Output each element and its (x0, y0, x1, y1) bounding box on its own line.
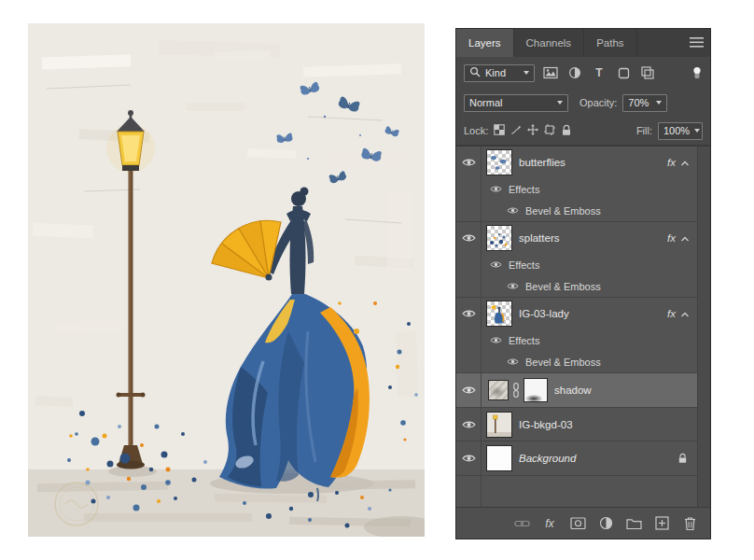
lock-all-button[interactable] (561, 124, 572, 138)
bevel-visibility-toggle[interactable] (507, 281, 519, 292)
layer-name: IG-03-lady (519, 308, 667, 319)
filter-toggle-switch[interactable] (691, 66, 703, 79)
fx-badge[interactable]: fx (667, 308, 676, 319)
filter-adjustment-layers-button[interactable] (566, 64, 583, 81)
opacity-label: Opacity: (579, 97, 617, 108)
add-layer-mask-button[interactable] (569, 515, 586, 532)
panel-tab-bar: Layers Channels Paths (456, 29, 710, 57)
fx-badge[interactable]: fx (667, 232, 676, 244)
scrollbar-track[interactable] (697, 147, 710, 507)
layer-row-shadow-selected[interactable]: shadow (456, 373, 697, 407)
panel-footer: fx (456, 507, 710, 539)
hamburger-icon (690, 37, 704, 49)
layer-row-splatters[interactable]: splatters fx (456, 222, 697, 254)
bevel-emboss-label: Bevel & Emboss (525, 281, 601, 292)
bevel-emboss-row[interactable]: Bevel & Emboss (456, 351, 697, 372)
layer-thumbnail[interactable] (486, 412, 512, 438)
layer-group-splatters: splatters fx Effects Bevel & Emboss (456, 222, 697, 298)
chevron-down-icon (656, 101, 662, 105)
visibility-toggle[interactable] (456, 158, 481, 167)
mask-link-icon[interactable] (511, 382, 521, 399)
effects-row[interactable]: Effects (456, 329, 697, 351)
fill-value: 100% (663, 125, 690, 136)
type-icon: T (595, 66, 602, 79)
visibility-toggle[interactable] (456, 309, 481, 318)
filter-kind-dropdown[interactable]: Kind (464, 64, 535, 82)
delete-layer-button[interactable] (681, 515, 698, 532)
filter-shape-layers-button[interactable] (615, 64, 632, 81)
collapse-effects-icon[interactable] (680, 308, 690, 319)
lock-position-button[interactable] (527, 124, 538, 137)
fx-badge[interactable]: fx (667, 157, 676, 168)
effects-row[interactable]: Effects (456, 178, 697, 200)
layer-row-butterflies[interactable]: butterflies fx (456, 147, 697, 178)
new-group-button[interactable] (625, 515, 642, 532)
collapse-effects-icon[interactable] (680, 232, 690, 244)
bevel-emboss-row[interactable]: Bevel & Emboss (456, 200, 697, 221)
filter-type-layers-button[interactable]: T (591, 64, 607, 81)
blend-mode-dropdown[interactable]: Normal (464, 94, 568, 112)
lock-transparency-button[interactable] (494, 124, 505, 137)
layer-row-lady[interactable]: IG-03-lady fx (456, 298, 697, 329)
layer-row-bkgd[interactable]: IG-bkgd-03 (456, 408, 697, 441)
bevel-visibility-toggle[interactable] (507, 357, 519, 368)
tab-layers-label: Layers (468, 37, 501, 49)
effects-visibility-toggle[interactable] (490, 335, 502, 346)
new-layer-button[interactable] (653, 515, 670, 532)
visibility-toggle[interactable] (456, 454, 481, 463)
new-adjustment-layer-button[interactable] (597, 515, 614, 532)
layer-name: splatters (519, 232, 667, 244)
layer-group-bkgd: IG-bkgd-03 (456, 408, 697, 441)
layer-thumbnail[interactable] (486, 149, 512, 175)
tab-channels-label: Channels (526, 37, 572, 49)
collapse-effects-icon[interactable] (680, 157, 690, 168)
layer-group-shadow: shadow (456, 373, 697, 408)
chevron-down-icon (524, 71, 529, 75)
effects-row[interactable]: Effects (456, 254, 697, 275)
layer-name: IG-bkgd-03 (519, 419, 697, 430)
panel-menu-button[interactable] (682, 29, 710, 57)
blend-mode-value: Normal (469, 97, 502, 108)
layer-group-background: Background (456, 441, 697, 476)
link-layers-button[interactable] (513, 515, 530, 532)
layer-thumbnail[interactable] (486, 301, 512, 327)
chevron-down-icon (557, 101, 563, 105)
layer-group-lady: IG-03-lady fx Effects Bevel & Emboss (456, 298, 697, 373)
visibility-toggle[interactable] (456, 385, 481, 395)
layer-thumbnail[interactable] (486, 445, 512, 471)
layer-name: shadow (554, 385, 697, 396)
layer-lock-icon (677, 453, 688, 464)
layer-style-button[interactable]: fx (541, 515, 558, 532)
effects-label: Effects (509, 184, 539, 195)
effects-visibility-toggle[interactable] (490, 184, 502, 195)
opacity-dropdown[interactable]: 70% (622, 94, 667, 112)
layer-mask-thumbnail[interactable] (524, 378, 548, 402)
layer-thumbnail[interactable] (488, 380, 509, 400)
tab-paths[interactable]: Paths (584, 29, 636, 57)
lock-pixels-button[interactable] (510, 124, 522, 137)
layer-name: Background (519, 453, 677, 464)
effects-label: Effects (509, 259, 539, 271)
layer-name: butterflies (519, 157, 667, 168)
effects-label: Effects (509, 335, 539, 346)
filter-pixel-layers-button[interactable] (542, 64, 559, 81)
fill-dropdown[interactable]: 100% (658, 122, 703, 140)
filter-smart-object-button[interactable] (639, 64, 656, 81)
lock-artboard-button[interactable] (544, 124, 555, 137)
bevel-emboss-row[interactable]: Bevel & Emboss (456, 275, 697, 297)
visibility-toggle[interactable] (456, 233, 481, 243)
tab-layers[interactable]: Layers (456, 29, 514, 57)
bevel-emboss-label: Bevel & Emboss (525, 357, 601, 368)
search-icon (469, 66, 481, 79)
layer-row-background[interactable]: Background (456, 441, 697, 475)
layer-group-butterflies: butterflies fx Effects Bevel & Emboss (456, 147, 697, 222)
tab-paths-label: Paths (596, 37, 623, 49)
bevel-visibility-toggle[interactable] (507, 205, 519, 217)
tab-channels[interactable]: Channels (514, 29, 585, 57)
visibility-toggle[interactable] (456, 420, 481, 429)
fx-glyph: fx (545, 517, 554, 530)
filter-row: Kind T (456, 57, 710, 89)
layer-thumbnail[interactable] (486, 225, 512, 251)
canvas-background (28, 23, 425, 537)
effects-visibility-toggle[interactable] (490, 259, 502, 271)
